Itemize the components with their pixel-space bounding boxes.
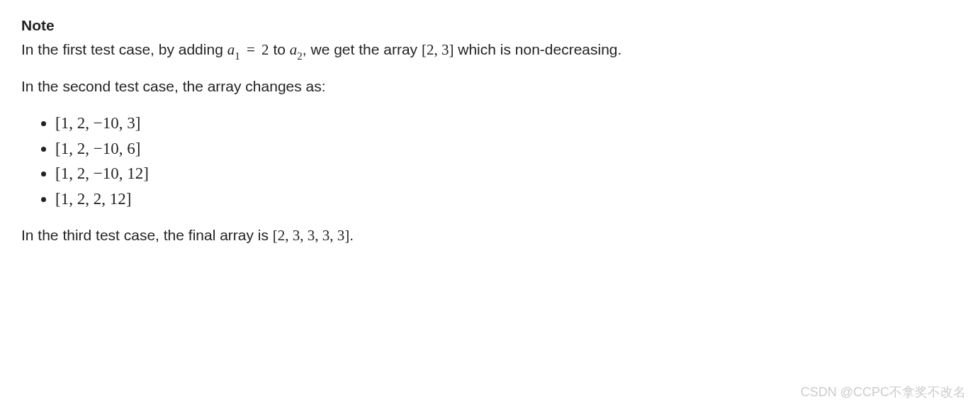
var-a2: a [290, 41, 298, 58]
sub-1: 1 [235, 50, 240, 62]
equals-op: = [240, 41, 261, 58]
p3-text-b: . [349, 227, 354, 243]
paragraph-1: In the first test case, by adding a1 = 2… [21, 38, 959, 63]
math-a2: a2 [290, 41, 303, 58]
p1-text-c: , we get the array [303, 41, 422, 57]
paragraph-2: In the second test case, the array chang… [21, 75, 959, 98]
watermark: CSDN @CCPC不拿奖不改名 [801, 383, 966, 402]
p1-text-d: which is non-decreasing. [454, 41, 621, 57]
list-item: [1, 2, −10, 3] [55, 111, 959, 136]
paragraph-3: In the third test case, the final array … [21, 224, 959, 247]
list-item: [1, 2, −10, 12] [55, 161, 959, 186]
sub-2: 2 [297, 50, 303, 62]
list-item: [1, 2, 2, 12] [55, 186, 959, 212]
p1-text-b: to [269, 41, 290, 57]
math-a1: a1 [227, 41, 240, 58]
p3-text-a: In the third test case, the final array … [21, 227, 273, 243]
var-a: a [227, 41, 235, 58]
list-item: [1, 2, −10, 6] [55, 136, 959, 162]
array-23: [2, 3] [422, 41, 454, 58]
array-change-list: [1, 2, −10, 3] [1, 2, −10, 6] [1, 2, −10… [55, 111, 959, 212]
p1-text-a: In the first test case, by adding [21, 41, 227, 57]
array-final: [2, 3, 3, 3, 3] [273, 227, 350, 244]
note-heading: Note [21, 14, 959, 37]
val-2: 2 [261, 41, 269, 58]
